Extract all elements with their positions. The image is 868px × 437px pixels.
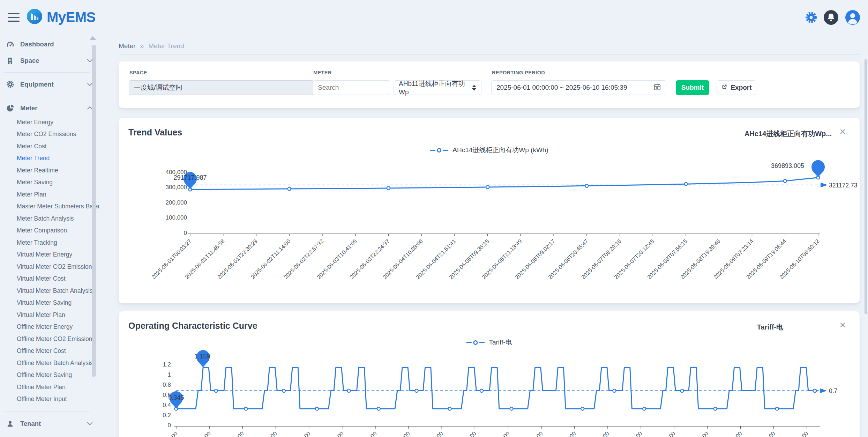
building-icon bbox=[6, 57, 15, 65]
sidebar-item-offline-meter-cost[interactable]: Offline Meter Cost bbox=[0, 345, 99, 357]
main-content: Meter » Meter Trend SPACE METER AHb11进线柜… bbox=[99, 35, 868, 437]
legend-line-icon bbox=[479, 342, 485, 343]
legend-line-icon bbox=[430, 150, 435, 151]
pie-chart-icon bbox=[6, 104, 15, 112]
sidebar-item-meter[interactable]: Meter bbox=[0, 100, 99, 116]
sidebar-item-virtual-meter-batch-analysis[interactable]: Virtual Meter Batch Analysis bbox=[0, 285, 99, 297]
y-tick-label: 1.2 bbox=[133, 361, 171, 368]
sidebar-item-label: Space bbox=[20, 57, 39, 65]
sidebar-item-offline-meter-batch-analysis[interactable]: Offline Meter Batch Analysis bbox=[0, 357, 99, 369]
breadcrumb-current: Meter Trend bbox=[148, 42, 184, 50]
trend-average-label: 321172.73 bbox=[829, 182, 857, 189]
trend-legend[interactable]: AHc14进线柜正向有功Wp (kWh) bbox=[430, 146, 548, 155]
occ-legend[interactable]: Tariff-电 bbox=[466, 338, 512, 347]
sidebar-item-offline-meter-plan[interactable]: Offline Meter Plan bbox=[0, 381, 99, 393]
occ-card-title: Operating Characteristic Curve bbox=[128, 320, 257, 331]
sidebar-item-meter-cost[interactable]: Meter Cost bbox=[0, 140, 99, 153]
sidebar-item-offline-meter-input[interactable]: Offline Meter Input bbox=[0, 393, 99, 406]
sidebar-item-meter-co2-emissions[interactable]: Meter CO2 Emissions bbox=[0, 128, 99, 141]
sidebar-item-label: Tenant bbox=[20, 420, 41, 428]
sidebar-item-meter-energy[interactable]: Meter Energy bbox=[0, 116, 99, 128]
y-tick-label: 0 bbox=[133, 422, 171, 429]
y-tick-label: 0.2 bbox=[133, 412, 171, 419]
breadcrumb-separator: » bbox=[140, 42, 144, 50]
sidebar-scrollbar[interactable] bbox=[92, 45, 96, 377]
sidebar-item-virtual-meter-co2-emissions[interactable]: Virtual Meter CO2 Emissions bbox=[0, 261, 99, 273]
close-icon[interactable]: × bbox=[839, 320, 846, 330]
reporting-period-input[interactable] bbox=[496, 84, 653, 91]
filter-panel: SPACE METER AHb11进线柜正向有功Wp REPORTING PER… bbox=[119, 61, 860, 108]
sidebar-item-master-meter-submeters-balance[interactable]: Master Meter Submeters Balance bbox=[0, 201, 99, 213]
occ-card-tab[interactable]: Tariff-电 bbox=[757, 323, 783, 332]
y-tick-label: 0.8 bbox=[133, 382, 171, 388]
page-scrollbar[interactable] bbox=[865, 59, 867, 314]
trend-markpoint-first-label: 291717.987 bbox=[162, 174, 218, 182]
legend-line-icon bbox=[466, 342, 472, 343]
sidebar-item-space[interactable]: Space bbox=[0, 52, 99, 69]
sidebar-scroll-up-icon[interactable] bbox=[89, 36, 96, 40]
occ-markpoint-peak-label: 1.159 bbox=[181, 353, 223, 360]
trend-markpoint-last-label: 369893.005 bbox=[748, 162, 804, 170]
user-icon bbox=[6, 420, 15, 428]
notifications-bell-icon[interactable] bbox=[823, 10, 839, 27]
sidebar-item-meter-realtime[interactable]: Meter Realtime bbox=[0, 164, 99, 177]
settings-gear-icon[interactable] bbox=[805, 12, 817, 25]
meter-search-input[interactable] bbox=[313, 80, 390, 95]
sidebar-item-meter-batch-analysis[interactable]: Meter Batch Analysis bbox=[0, 213, 99, 225]
y-tick-label: 0 bbox=[149, 230, 187, 237]
trend-card-tab[interactable]: AHc14进线柜正向有功Wp... bbox=[744, 129, 832, 139]
sidebar-item-meter-comparison[interactable]: Meter Comparison bbox=[0, 225, 99, 237]
x-tick-label: 2025-06-01T00:00:00 bbox=[105, 430, 179, 437]
sidebar-divider bbox=[3, 72, 90, 73]
top-navbar: MyEMS bbox=[0, 0, 868, 35]
breadcrumb-link-meter[interactable]: Meter bbox=[119, 42, 136, 50]
occ-markpoint-min-label: 0.345 bbox=[155, 394, 197, 401]
sidebar-item-virtual-meter-energy[interactable]: Virtual Meter Energy bbox=[0, 249, 99, 261]
export-button[interactable]: Export bbox=[717, 80, 756, 95]
sidebar-item-label: Meter bbox=[20, 104, 37, 112]
app-logo[interactable]: MyEMS bbox=[27, 8, 96, 26]
y-tick-label: 300,000 bbox=[149, 184, 187, 191]
sidebar-item-offline-meter-energy[interactable]: Offline Meter Energy bbox=[0, 321, 99, 333]
reporting-period-picker[interactable] bbox=[491, 80, 666, 95]
x-tick-label: 2025-06-01T00:03:27 bbox=[119, 238, 193, 303]
legend-line-icon bbox=[443, 150, 448, 151]
logo-text: MyEMS bbox=[47, 9, 96, 25]
markpoint-pin-last bbox=[811, 160, 825, 178]
sidebar-item-offline-meter-co2-emissions[interactable]: Offline Meter CO2 Emissions bbox=[0, 333, 99, 345]
y-tick-label: 1 bbox=[133, 371, 171, 378]
sidebar-item-meter-trend[interactable]: Meter Trend bbox=[0, 153, 99, 165]
legend-circle-icon bbox=[437, 148, 441, 153]
sidebar-divider bbox=[3, 96, 90, 96]
sidebar-item-dashboard[interactable]: Dashboard bbox=[0, 36, 99, 52]
sidebar-item-equipment[interactable]: Equipment bbox=[0, 76, 99, 92]
hamburger-menu-icon[interactable] bbox=[8, 13, 20, 22]
sidebar-item-meter-saving[interactable]: Meter Saving bbox=[0, 177, 99, 189]
occ-average-label: 0.7 bbox=[829, 387, 837, 395]
select-sort-arrows-icon bbox=[472, 85, 476, 91]
y-tick-label: 0.4 bbox=[133, 402, 171, 409]
meter-submenu: Meter EnergyMeter CO2 EmissionsMeter Cos… bbox=[0, 116, 99, 405]
sidebar-item-tenant[interactable]: Tenant bbox=[0, 415, 99, 432]
meter-select[interactable]: AHb11进线柜正向有功Wp bbox=[394, 80, 481, 95]
sidebar-item-virtual-meter-cost[interactable]: Virtual Meter Cost bbox=[0, 273, 99, 285]
y-tick-label: 100,000 bbox=[149, 214, 187, 221]
y-tick-label: 200,000 bbox=[149, 199, 187, 206]
trend-card-title: Trend Values bbox=[128, 127, 182, 138]
gauge-icon bbox=[6, 40, 15, 48]
sidebar: Dashboard Space Equipment Meter Meter En… bbox=[0, 35, 99, 437]
sidebar-item-virtual-meter-saving[interactable]: Virtual Meter Saving bbox=[0, 297, 99, 309]
legend-label: AHc14进线柜正向有功Wp (kWh) bbox=[452, 146, 548, 155]
user-avatar[interactable] bbox=[845, 10, 860, 27]
logo-icon bbox=[27, 8, 43, 26]
sidebar-item-offline-meter-saving[interactable]: Offline Meter Saving bbox=[0, 369, 99, 382]
sidebar-item-meter-tracking[interactable]: Meter Tracking bbox=[0, 237, 99, 249]
space-input[interactable] bbox=[129, 80, 314, 95]
close-icon[interactable]: × bbox=[839, 126, 846, 137]
submit-button[interactable]: Submit bbox=[676, 80, 709, 95]
sidebar-item-virtual-meter-plan[interactable]: Virtual Meter Plan bbox=[0, 309, 99, 321]
sidebar-divider bbox=[3, 412, 90, 412]
sidebar-item-meter-plan[interactable]: Meter Plan bbox=[0, 188, 99, 201]
reporting-period-label: REPORTING PERIOD bbox=[492, 70, 545, 75]
meter-select-value: AHb11进线柜正向有功Wp bbox=[399, 79, 469, 96]
